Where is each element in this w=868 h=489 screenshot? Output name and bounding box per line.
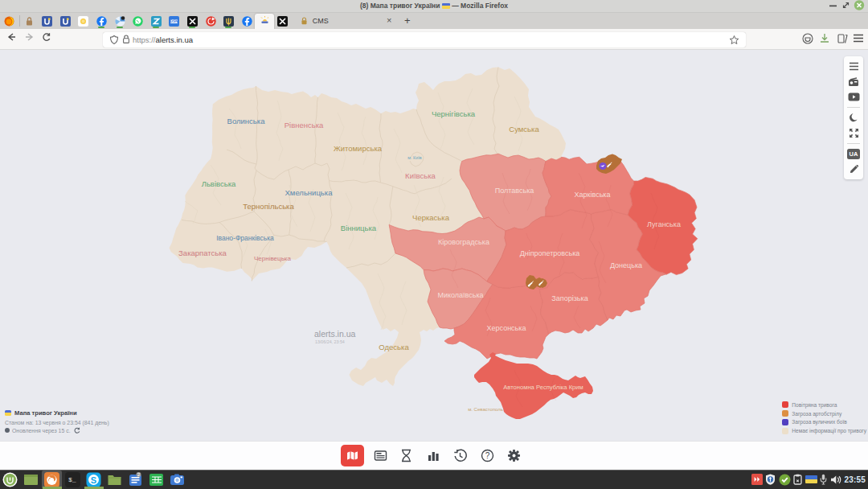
svg-text:Херсонська: Херсонська [487, 324, 526, 332]
svg-text:Житомирська: Житомирська [334, 144, 383, 153]
svg-text:Одеська: Одеська [379, 343, 409, 351]
svg-text:Полтавська: Полтавська [495, 187, 534, 195]
svg-text:м. Севастополь: м. Севастополь [468, 407, 503, 412]
svg-text:Волинська: Волинська [227, 117, 266, 125]
svg-text:Дніпропетровська: Дніпропетровська [520, 249, 580, 257]
svg-text:Миколаївська: Миколаївська [437, 291, 483, 299]
svg-text:Тернопільська: Тернопільська [243, 202, 294, 211]
svg-text:Івано-Франківська: Івано-Франківська [216, 234, 274, 242]
svg-text:Чернігівська: Чернігівська [432, 109, 476, 118]
svg-text:?: ? [485, 451, 490, 460]
svg-text:Закарпатська: Закарпатська [178, 249, 227, 257]
svg-text:Рівненська: Рівненська [285, 121, 324, 129]
svg-text:Львівська: Львівська [202, 179, 236, 188]
svg-text:Київська: Київська [405, 171, 436, 180]
svg-text:$_: $_ [68, 476, 76, 483]
svg-text:Хмельницька: Хмельницька [285, 188, 334, 197]
svg-text:DSN: DSN [170, 19, 178, 23]
svg-text:Кіровоградська: Кіровоградська [438, 238, 489, 246]
svg-text:м. Київ: м. Київ [407, 155, 422, 160]
svg-text:Черкаська: Черкаська [412, 213, 450, 222]
svg-text:Харківська: Харківська [575, 191, 611, 199]
svg-text:Автономна Республіка Крим: Автономна Республіка Крим [503, 384, 583, 391]
svg-text:Луганська: Луганська [647, 220, 681, 228]
svg-text:Сумська: Сумська [509, 125, 539, 134]
svg-text:Донецька: Донецька [610, 261, 642, 269]
svg-text:S: S [91, 475, 96, 484]
svg-text:Запорізька: Запорізька [551, 294, 588, 302]
svg-text:2: 2 [137, 472, 140, 477]
svg-text:Чернівецька: Чернівецька [254, 255, 291, 262]
svg-text:Вінницька: Вінницька [341, 224, 377, 232]
